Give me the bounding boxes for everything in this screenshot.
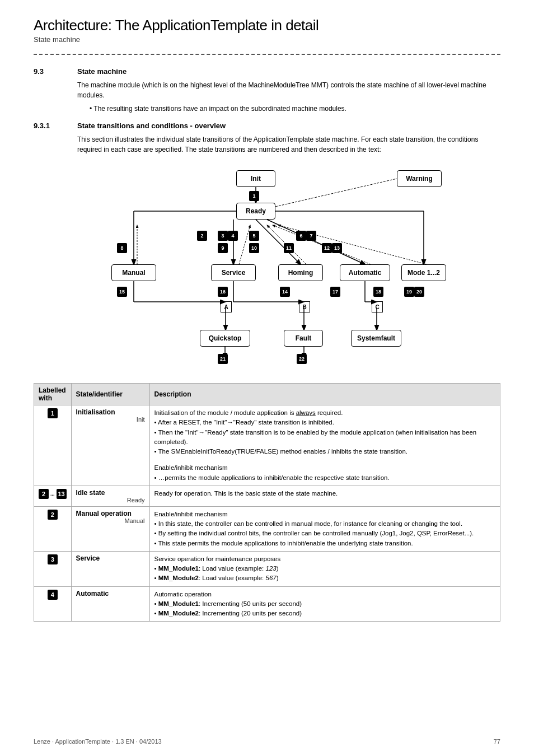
- num-3: 3: [218, 231, 228, 241]
- num-10: 10: [249, 243, 259, 253]
- table-row: 4 Automatic Automatic operation • MM_Mod…: [34, 586, 500, 622]
- num-18: 18: [373, 287, 383, 297]
- table-header-row: Labelled with State/identifier Descripti…: [34, 384, 500, 405]
- row-label-1: 1: [34, 405, 72, 486]
- col-header-state: State/identifier: [71, 384, 149, 405]
- row-state-1: Initialisation Init: [71, 405, 149, 486]
- num-11: 11: [284, 243, 294, 253]
- bullet-item: The resulting state transitions have an …: [90, 104, 500, 114]
- num-1: 1: [249, 191, 259, 201]
- section-9-3-number: 9.3: [34, 67, 67, 76]
- row-state-2-13: Idle state Ready: [71, 486, 149, 506]
- row-desc-4: Automatic operation • MM_Module1: Increm…: [149, 586, 500, 622]
- footer-right: 77: [494, 738, 500, 745]
- letter-b: B: [299, 301, 310, 312]
- state-fault: Fault: [284, 330, 323, 347]
- num-17: 17: [330, 287, 340, 297]
- table-row: 2 Manual operation Manual Enable/inhibit…: [34, 506, 500, 551]
- row-state-3: Service: [71, 551, 149, 586]
- row-desc-3: Service operation for maintenance purpos…: [149, 551, 500, 586]
- state-homing: Homing: [278, 264, 323, 281]
- page-subtitle: State machine: [34, 35, 500, 44]
- section-9-3-1-header: 9.3.1 State transitions and conditions -…: [34, 122, 500, 130]
- row-label-4: 4: [34, 586, 72, 622]
- row-label-2: 2: [34, 506, 72, 551]
- table-row: 1 Initialisation Init Initialisation of …: [34, 405, 500, 486]
- letter-c: C: [372, 301, 383, 312]
- section-9-3-bullets: The resulting state transitions have an …: [90, 104, 500, 114]
- section-9-3-title: State machine: [77, 67, 127, 76]
- table-row: 2 ... 13 Idle state Ready Ready for oper…: [34, 486, 500, 506]
- section-9-3-header: 9.3 State machine: [34, 67, 500, 76]
- state-warning: Warning: [397, 170, 442, 187]
- state-init: Init: [236, 170, 275, 187]
- svg-line-9: [239, 225, 250, 264]
- section-9-3-1-body: This section illustrates the individual …: [77, 134, 500, 155]
- num-22: 22: [297, 354, 307, 364]
- num-9: 9: [218, 243, 228, 253]
- state-manual: Manual: [111, 264, 156, 281]
- row-label-2-13: 2 ... 13: [34, 486, 72, 506]
- num-7: 7: [306, 231, 316, 241]
- state-service: Service: [211, 264, 256, 281]
- num-19: 19: [404, 287, 414, 297]
- state-mode12: Mode 1...2: [401, 264, 446, 281]
- num-20: 20: [414, 287, 424, 297]
- row-desc-1: Initialisation of the module / module ap…: [149, 405, 500, 486]
- col-header-desc: Description: [149, 384, 500, 405]
- section-9-3-body: The machine module (which is on the high…: [77, 80, 500, 100]
- state-ready: Ready: [236, 203, 275, 220]
- row-state-4: Automatic: [71, 586, 149, 622]
- diagram-inner: Init Warning Ready Manual Service Homing…: [77, 165, 457, 372]
- state-systemfault: Systemfault: [351, 330, 401, 347]
- state-machine-diagram: Init Warning Ready Manual Service Homing…: [34, 165, 500, 372]
- section-divider: [34, 54, 500, 55]
- row-label-3: 3: [34, 551, 72, 586]
- svg-line-4: [256, 220, 301, 264]
- svg-line-24: [275, 179, 397, 207]
- page-footer: Lenze · ApplicationTemplate · 1.3 EN · 0…: [0, 738, 534, 745]
- row-state-2: Manual operation Manual: [71, 506, 149, 551]
- section-9-3-1-title: State transitions and conditions - overv…: [77, 122, 226, 130]
- section-9-3-1-number: 9.3.1: [34, 122, 67, 130]
- state-table: Labelled with State/identifier Descripti…: [34, 383, 500, 622]
- footer-left: Lenze · ApplicationTemplate · 1.3 EN · 0…: [34, 738, 162, 745]
- num-14: 14: [280, 287, 290, 297]
- row-desc-2-13: Ready for operation. This is the basic s…: [149, 486, 500, 506]
- num-12: 12: [322, 243, 332, 253]
- num-13: 13: [332, 243, 342, 253]
- num-15: 15: [117, 287, 127, 297]
- letter-a: A: [221, 301, 232, 312]
- state-automatic: Automatic: [340, 264, 390, 281]
- svg-line-5: [267, 220, 365, 264]
- num-2a: 2: [197, 231, 207, 241]
- num-4: 4: [228, 231, 238, 241]
- state-quickstop: Quickstop: [200, 330, 250, 347]
- col-header-label: Labelled with: [34, 384, 72, 405]
- num-16: 16: [218, 287, 228, 297]
- row-desc-2: Enable/inhibit mechanism • In this state…: [149, 506, 500, 551]
- num-6: 6: [296, 231, 306, 241]
- page-title: Architecture: The ApplicationTemplate in…: [34, 17, 500, 34]
- table-row: 3 Service Service operation for maintena…: [34, 551, 500, 586]
- num-8: 8: [117, 243, 127, 253]
- num-21: 21: [218, 354, 228, 364]
- num-5: 5: [249, 231, 259, 241]
